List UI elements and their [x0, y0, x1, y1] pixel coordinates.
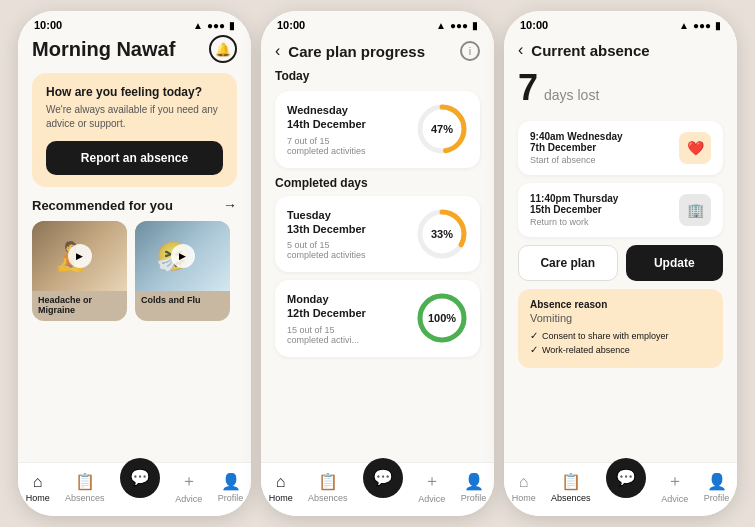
circle-day1: 33%: [416, 208, 468, 260]
day1-progress-sub: 5 out of 15 completed activities: [287, 240, 416, 260]
absence-reason-title: Absence reason: [530, 299, 711, 310]
absence-reason-value: Vomiting: [530, 312, 711, 324]
screen2-title: Care plan progress: [288, 43, 452, 60]
nav-home-label-3: Home: [512, 493, 536, 503]
nav-absences-1[interactable]: 📋 Absences: [65, 472, 105, 503]
profile-icon-1: 👤: [221, 472, 241, 491]
nav-absences-label-2: Absences: [308, 493, 348, 503]
feeling-title: How are you feeling today?: [46, 85, 223, 99]
nav-absences-2[interactable]: 📋 Absences: [308, 472, 348, 503]
care-update-row: Care plan Update: [518, 245, 723, 281]
nav-profile-label-3: Profile: [704, 493, 730, 503]
event1-date: 9:40am Wednesday 7th December: [530, 131, 623, 153]
nav-absences-3[interactable]: 📋 Absences: [551, 472, 591, 503]
rec-label-2: Colds and Flu: [135, 291, 230, 309]
nav-absences-label-3: Absences: [551, 493, 591, 503]
back-button-2[interactable]: ‹: [275, 42, 280, 60]
day2-progress-sub: 15 out of 15 completed activi...: [287, 325, 416, 345]
day2-percent: 100%: [428, 312, 456, 324]
progress-card-day2: Monday 12th December 15 out of 15 comple…: [275, 280, 480, 357]
back-button-3[interactable]: ‹: [518, 41, 523, 59]
status-bar-3: 10:00 ▲ ●●● ▮: [504, 11, 737, 35]
rec-image-1: ▶: [32, 221, 127, 291]
profile-icon-3: 👤: [707, 472, 727, 491]
update-button[interactable]: Update: [626, 245, 724, 281]
nav-advice-label-2: Advice: [418, 494, 445, 504]
nav-profile-3[interactable]: 👤 Profile: [704, 472, 730, 503]
consent-2: ✓ Work-related absence: [530, 344, 711, 355]
chat-button-3[interactable]: 💬: [606, 458, 646, 498]
day1-percent: 33%: [431, 228, 453, 240]
wifi-icon: ▲: [193, 20, 203, 31]
event2-date: 11:40pm Thursday 15th December: [530, 193, 618, 215]
day1-date: Tuesday 13th December: [287, 208, 416, 237]
bottom-nav-3: ⌂ Home 📋 Absences 💬 ＋ Advice 👤 Profile: [504, 462, 737, 516]
days-lost-row: 7 days lost: [518, 67, 723, 109]
arrow-right-icon[interactable]: →: [223, 197, 237, 213]
recommended-header: Recommended for you →: [32, 197, 237, 213]
wifi-icon-3: ▲: [679, 20, 689, 31]
wifi-icon-2: ▲: [436, 20, 446, 31]
feeling-subtitle: We're always available if you need any a…: [46, 103, 223, 131]
phone-1: 10:00 ▲ ●●● ▮ Morning Nawaf 🔔 How are yo…: [18, 11, 251, 516]
rec-label-1: Headache or Migraine: [32, 291, 127, 319]
phone-3: 10:00 ▲ ●●● ▮ ‹ Current absence 7 days l…: [504, 11, 737, 516]
signal-icon: ●●●: [207, 20, 225, 31]
play-btn-2[interactable]: ▶: [171, 244, 195, 268]
rec-image-2: ▶: [135, 221, 230, 291]
rec-card-1[interactable]: ▶ Headache or Migraine: [32, 221, 127, 321]
heartbeat-icon: ❤️: [679, 132, 711, 164]
nav-profile-1[interactable]: 👤 Profile: [218, 472, 244, 503]
home-icon-1: ⌂: [33, 473, 43, 491]
absences-icon-2: 📋: [318, 472, 338, 491]
rec-card-2[interactable]: ▶ Colds and Flu: [135, 221, 230, 321]
home-icon-3: ⌂: [519, 473, 529, 491]
battery-icon-3: ▮: [715, 20, 721, 31]
status-bar-2: 10:00 ▲ ●●● ▮: [261, 11, 494, 35]
phone-2: 10:00 ▲ ●●● ▮ ‹ Care plan progress i Tod…: [261, 11, 494, 516]
nav-home-2[interactable]: ⌂ Home: [269, 473, 293, 503]
consent-1: ✓ Consent to share with employer: [530, 330, 711, 341]
status-bar-1: 10:00 ▲ ●●● ▮: [18, 11, 251, 35]
event1-label: Start of absence: [530, 155, 623, 165]
nav-home-1[interactable]: ⌂ Home: [26, 473, 50, 503]
nav-advice-2[interactable]: ＋ Advice: [418, 471, 445, 504]
absence-start-card: 9:40am Wednesday 7th December Start of a…: [518, 121, 723, 175]
bell-icon[interactable]: 🔔: [209, 35, 237, 63]
nav-profile-2[interactable]: 👤 Profile: [461, 472, 487, 503]
event2-label: Return to work: [530, 217, 618, 227]
nav-advice-1[interactable]: ＋ Advice: [175, 471, 202, 504]
screen3-title: Current absence: [531, 42, 723, 59]
chat-button-2[interactable]: 💬: [363, 458, 403, 498]
circle-today: 47%: [416, 103, 468, 155]
recommended-title: Recommended for you: [32, 198, 173, 213]
completed-label: Completed days: [275, 176, 480, 190]
days-text: days lost: [544, 87, 599, 103]
feeling-card: How are you feeling today? We're always …: [32, 73, 237, 187]
nav-home-3[interactable]: ⌂ Home: [512, 473, 536, 503]
progress-card-today: Wednesday 14th December 7 out of 15 comp…: [275, 91, 480, 168]
days-number: 7: [518, 67, 538, 109]
home-icon-2: ⌂: [276, 473, 286, 491]
bottom-nav-2: ⌂ Home 📋 Absences 💬 ＋ Advice 👤 Profile: [261, 462, 494, 516]
chat-button-1[interactable]: 💬: [120, 458, 160, 498]
absences-icon-1: 📋: [75, 472, 95, 491]
today-percent: 47%: [431, 123, 453, 135]
play-btn-1[interactable]: ▶: [68, 244, 92, 268]
report-absence-button[interactable]: Report an absence: [46, 141, 223, 175]
care-plan-button[interactable]: Care plan: [518, 245, 618, 281]
nav-home-label-1: Home: [26, 493, 50, 503]
check-icon-1: ✓: [530, 330, 538, 341]
screen3-header: ‹ Current absence: [504, 35, 737, 67]
info-icon-2[interactable]: i: [460, 41, 480, 61]
check-icon-2: ✓: [530, 344, 538, 355]
profile-icon-2: 👤: [464, 472, 484, 491]
nav-advice-3[interactable]: ＋ Advice: [661, 471, 688, 504]
nav-home-label-2: Home: [269, 493, 293, 503]
progress-card-day1: Tuesday 13th December 5 out of 15 comple…: [275, 196, 480, 273]
status-icons-2: ▲ ●●● ▮: [436, 20, 478, 31]
signal-icon-3: ●●●: [693, 20, 711, 31]
day2-date: Monday 12th December: [287, 292, 416, 321]
return-to-work-card: 11:40pm Thursday 15th December Return to…: [518, 183, 723, 237]
greeting-row: Morning Nawaf 🔔: [32, 35, 237, 63]
